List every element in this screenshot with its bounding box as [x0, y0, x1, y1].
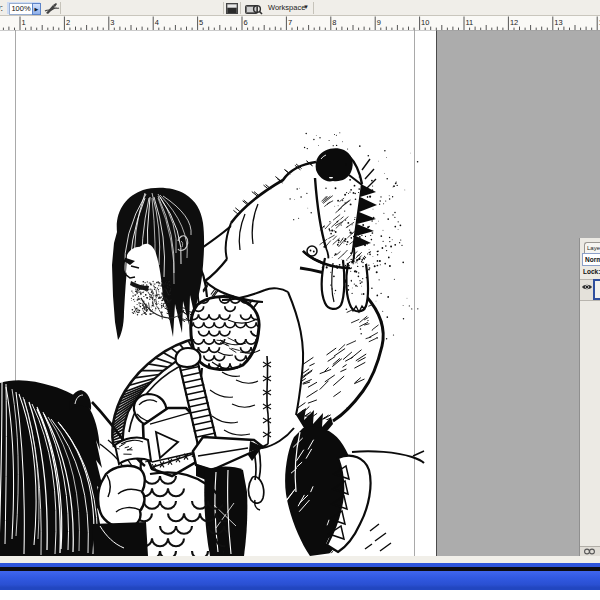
svg-text:8: 8 — [332, 18, 336, 27]
svg-text:13: 13 — [554, 18, 562, 27]
svg-text:1: 1 — [22, 18, 26, 27]
svg-text:3: 3 — [110, 18, 114, 27]
svg-text:5: 5 — [199, 18, 203, 27]
svg-text:10: 10 — [421, 18, 429, 27]
svg-text:12: 12 — [510, 18, 518, 27]
svg-text:6: 6 — [244, 18, 248, 27]
svg-text:9: 9 — [377, 18, 381, 27]
svg-text:7: 7 — [288, 18, 292, 27]
svg-text:11: 11 — [466, 18, 474, 27]
svg-text:2: 2 — [66, 18, 70, 27]
svg-text:4: 4 — [155, 18, 159, 27]
